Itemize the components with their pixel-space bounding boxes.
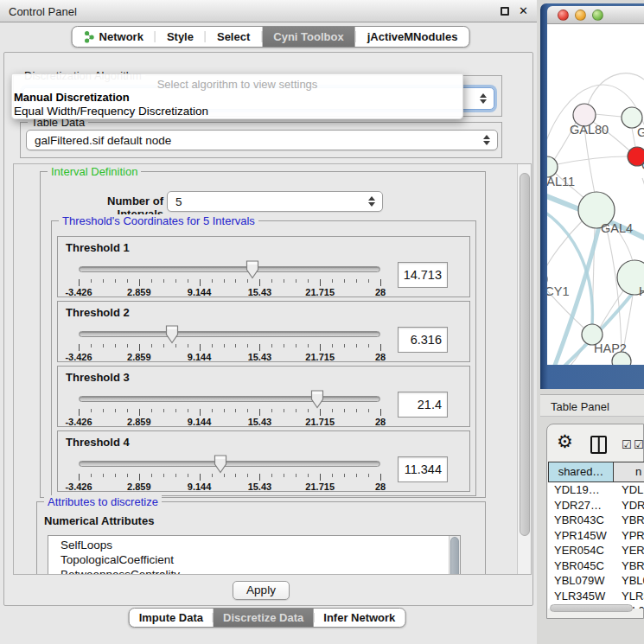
threshold-value-field[interactable]: 21.4	[398, 392, 448, 418]
tab-infer-network[interactable]: Infer Network	[314, 609, 405, 627]
table-row[interactable]: YER054CYER0	[548, 543, 644, 558]
slider-track[interactable]	[79, 331, 380, 337]
slider-tick	[332, 409, 333, 412]
slider-tick	[224, 344, 225, 348]
network-window-titlebar[interactable]	[547, 6, 644, 24]
table-row[interactable]: YDR27…YDR2	[548, 498, 644, 513]
table-cell[interactable]: YBR0	[614, 513, 644, 528]
table-cell[interactable]: YLR3	[614, 589, 644, 604]
table-horizontal-scrollbar-thumb[interactable]	[550, 604, 633, 612]
table-panel-body: ⚙ ☑ ☑ shared…n YDL19…YDL1YDR27…YDR2YBR04…	[540, 417, 644, 644]
table-column-header[interactable]: n	[614, 462, 644, 482]
network-edge[interactable]	[606, 226, 622, 352]
table-cell[interactable]: YLR345W	[548, 589, 614, 604]
network-view-window: GAL80GACGAL11GAL4GCY1HHAP2	[540, 3, 644, 389]
attributes-list-scrollbar-thumb[interactable]	[450, 537, 459, 575]
network-edge[interactable]	[595, 114, 622, 117]
table-cell[interactable]: YBL079W	[548, 573, 614, 589]
slider-tick	[188, 279, 188, 283]
slider-thumb[interactable]	[245, 260, 259, 279]
table-cell[interactable]: YPR1	[614, 528, 644, 544]
slider-tick-label: -3.426	[48, 287, 109, 297]
table-cell[interactable]: YBR043C	[548, 513, 614, 528]
slider-track[interactable]	[79, 266, 380, 272]
tab-impute-data[interactable]: Impute Data	[130, 609, 213, 627]
attribute-list-item[interactable]: TopologicalCoefficient	[48, 552, 460, 567]
algorithm-option-manual[interactable]: Manual Discretization	[14, 91, 130, 104]
minimize-traffic-light-icon[interactable]	[575, 10, 586, 21]
table-cell[interactable]: YDL1	[614, 482, 644, 498]
threshold-value-field[interactable]: 14.713	[398, 262, 448, 288]
tab-style[interactable]: Style	[156, 27, 205, 47]
table-row[interactable]: YPR145WYPR1	[548, 528, 644, 544]
attribute-list-item[interactable]: BetweennessCentrality	[48, 567, 460, 575]
close-icon[interactable]: ✕	[519, 4, 528, 17]
threshold-slider[interactable]: -3.4262.8599.14415.4321.71528	[79, 456, 380, 492]
tab-label: Cyni Toolbox	[273, 30, 343, 43]
table-cell[interactable]: YBR0	[614, 558, 644, 574]
checkbox-checked-icon[interactable]: ☑	[622, 438, 632, 451]
zoom-traffic-light-icon[interactable]	[592, 10, 603, 21]
table-cell[interactable]: YDL19…	[548, 482, 614, 498]
table-row[interactable]: YDL19…YDL1	[548, 482, 644, 498]
network-edge[interactable]	[558, 156, 628, 164]
threshold-label: Threshold 4	[66, 436, 130, 449]
tab-label: Infer Network	[323, 611, 395, 624]
numerical-attributes-list[interactable]: SelfLoopsTopologicalCoefficientBetweenne…	[48, 535, 461, 575]
network-icon	[84, 30, 95, 43]
slider-thumb[interactable]	[165, 325, 179, 344]
tab-select[interactable]: Select	[206, 27, 261, 47]
network-edge-thick[interactable]	[547, 209, 592, 325]
slider-tick	[247, 474, 248, 477]
table-row[interactable]: YLR345WYLR3	[548, 589, 644, 604]
slider-track[interactable]	[79, 461, 380, 467]
slider-tick	[79, 409, 80, 416]
tab-cyni-toolbox[interactable]: Cyni Toolbox	[262, 27, 354, 47]
threshold-value-field[interactable]: 11.344	[398, 456, 448, 482]
slider-thumb[interactable]	[214, 455, 227, 474]
settings-scrollbar[interactable]	[517, 164, 531, 574]
slider-tick	[200, 344, 201, 351]
table-cell[interactable]: YER0	[614, 543, 644, 558]
checkbox-checked-icon[interactable]: ☑	[634, 438, 644, 451]
network-edge[interactable]	[547, 344, 584, 365]
tab-jactivemnodules[interactable]: jActiveMNodules	[356, 27, 469, 47]
table-row[interactable]: YBR043CYBR0	[548, 513, 644, 528]
table-cell[interactable]: YPR145W	[548, 528, 614, 544]
columns-layout-icon[interactable]	[590, 436, 607, 454]
slider-tick	[115, 344, 116, 348]
close-traffic-light-icon[interactable]	[558, 10, 569, 21]
network-edge[interactable]	[588, 73, 644, 105]
slider-track[interactable]	[79, 396, 380, 402]
gear-icon[interactable]: ⚙	[557, 431, 573, 452]
float-window-icon[interactable]	[501, 7, 509, 16]
table-horizontal-scrollbar[interactable]	[549, 603, 642, 614]
slider-thumb[interactable]	[310, 390, 324, 409]
threshold-value-field[interactable]: 6.316	[398, 327, 448, 353]
threshold-slider[interactable]: -3.4262.8599.14415.4321.71528	[79, 261, 380, 297]
threshold-slider[interactable]: -3.4262.8599.14415.4321.71528	[79, 326, 380, 362]
threshold-slider[interactable]: -3.4262.8599.14415.4321.71528	[79, 391, 380, 427]
attributes-list-scrollbar[interactable]	[449, 536, 460, 575]
slider-tick-label: 2.859	[109, 352, 169, 362]
table-cell[interactable]: YER054C	[548, 543, 614, 558]
table-row[interactable]: YBL079WYBL0	[548, 573, 644, 589]
network-edge[interactable]	[632, 128, 635, 147]
table-row[interactable]: YBR045CYBR0	[548, 558, 644, 574]
settings-scrollbar-thumb[interactable]	[520, 173, 530, 536]
table-cell[interactable]: YDR2	[614, 498, 644, 513]
table-cell[interactable]: YBR045C	[548, 558, 614, 574]
number-of-intervals-combobox[interactable]: 5	[167, 191, 383, 212]
table-data-combobox[interactable]: galFiltered.sif default node	[26, 130, 498, 150]
table-cell[interactable]: YBL0	[614, 573, 644, 589]
apply-button[interactable]: Apply	[233, 581, 290, 600]
attribute-list-item[interactable]: SelfLoops	[48, 538, 460, 552]
tab-network[interactable]: Network	[73, 27, 155, 47]
slider-tick	[271, 474, 272, 477]
network-canvas[interactable]: GAL80GACGAL11GAL4GCY1HHAP2	[547, 24, 644, 365]
table-cell[interactable]: YDR27…	[548, 498, 614, 513]
algorithm-option-equal-width[interactable]: Equal Width/Frequency Discretization	[14, 105, 208, 118]
slider-tick	[259, 474, 260, 481]
tab-discretize-data[interactable]: Discretize Data	[214, 609, 313, 627]
table-column-header[interactable]: shared…	[548, 462, 614, 482]
